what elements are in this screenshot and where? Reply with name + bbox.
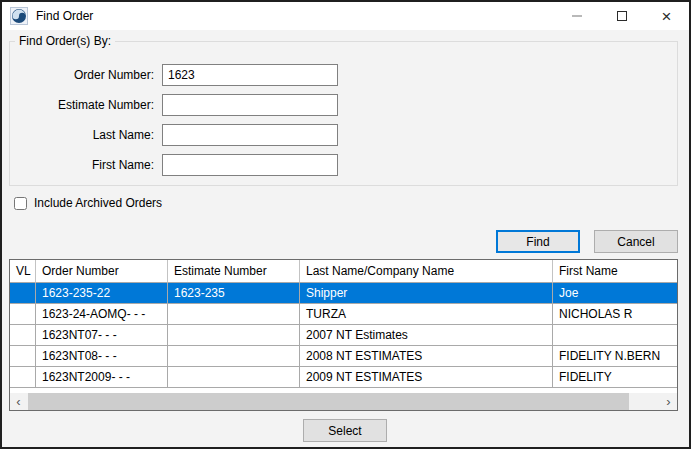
table-row[interactable]: 1623-235-22 1623-235 Shipper Joe: [10, 283, 677, 304]
cell-order-number: 1623-24-AOMQ- - -: [36, 304, 168, 325]
order-number-input[interactable]: [162, 64, 338, 86]
table-row[interactable]: 1623NT2009- - - 2009 NT ESTIMATES FIDELI…: [10, 367, 677, 388]
cell-estimate-number: [168, 346, 300, 367]
estimate-number-row: Estimate Number:: [10, 94, 338, 116]
cell-last-name: 2008 NT ESTIMATES: [300, 346, 553, 367]
cell-first-name: FIDELITY N.BERN: [553, 346, 677, 367]
cell-order-number: 1623-235-22: [36, 283, 168, 304]
cell-vl: [10, 367, 36, 388]
first-name-input[interactable]: [162, 154, 338, 176]
window-controls: ×: [554, 2, 689, 30]
cell-first-name: Joe: [553, 283, 677, 304]
cell-order-number: 1623NT08- - -: [36, 346, 168, 367]
group-legend: Find Order(s) By:: [15, 34, 115, 48]
maximize-button[interactable]: [599, 2, 644, 30]
table-row[interactable]: 1623NT08- - - 2008 NT ESTIMATES FIDELITY…: [10, 346, 677, 367]
cell-order-number: 1623NT2009- - -: [36, 367, 168, 388]
cell-first-name: FIDELITY: [553, 367, 677, 388]
cell-estimate-number: [168, 367, 300, 388]
scroll-left-arrow-icon[interactable]: ‹: [10, 393, 27, 410]
cell-last-name: 2009 NT ESTIMATES: [300, 367, 553, 388]
cell-vl: [10, 283, 36, 304]
minimize-button[interactable]: [554, 2, 599, 30]
col-header-order-number[interactable]: Order Number: [36, 260, 168, 283]
title-bar: Find Order ×: [2, 2, 689, 30]
minimize-icon: [572, 15, 582, 17]
include-archived-row: Include Archived Orders: [14, 196, 162, 210]
find-order-dialog: Find Order × Find Order(s) By: Order Num…: [0, 0, 691, 449]
cell-last-name: TURZA: [300, 304, 553, 325]
results-table: VL Order Number Estimate Number Last Nam…: [9, 259, 678, 411]
order-number-row: Order Number:: [10, 64, 338, 86]
col-header-vl[interactable]: VL: [10, 260, 36, 283]
horizontal-scrollbar[interactable]: ‹ ›: [10, 393, 677, 410]
last-name-row: Last Name:: [10, 124, 338, 146]
col-header-estimate-number[interactable]: Estimate Number: [168, 260, 300, 283]
find-button[interactable]: Find: [496, 230, 580, 253]
scrollbar-thumb[interactable]: [28, 393, 629, 410]
estimate-number-label: Estimate Number:: [10, 98, 162, 112]
table-row[interactable]: 1623-24-AOMQ- - - TURZA NICHOLAS R: [10, 304, 677, 325]
scrollbar-track[interactable]: [27, 393, 660, 410]
cell-vl: [10, 304, 36, 325]
table-header-row: VL Order Number Estimate Number Last Nam…: [10, 260, 677, 283]
include-archived-checkbox[interactable]: [14, 197, 27, 210]
close-icon: ×: [662, 8, 672, 25]
col-header-first-name[interactable]: First Name: [553, 260, 677, 283]
maximize-icon: [617, 11, 627, 21]
table-row[interactable]: 1623NT07- - - 2007 NT Estimates: [10, 325, 677, 346]
order-number-label: Order Number:: [10, 68, 162, 82]
first-name-label: First Name:: [10, 158, 162, 172]
window-title: Find Order: [36, 9, 93, 23]
col-header-last-name[interactable]: Last Name/Company Name: [300, 260, 553, 283]
last-name-label: Last Name:: [10, 128, 162, 142]
cell-estimate-number: [168, 304, 300, 325]
app-logo-icon: [10, 7, 28, 25]
close-button[interactable]: ×: [644, 2, 689, 30]
estimate-number-input[interactable]: [162, 94, 338, 116]
last-name-input[interactable]: [162, 124, 338, 146]
cell-estimate-number: 1623-235: [168, 283, 300, 304]
cell-order-number: 1623NT07- - -: [36, 325, 168, 346]
cell-estimate-number: [168, 325, 300, 346]
first-name-row: First Name:: [10, 154, 338, 176]
cell-last-name: 2007 NT Estimates: [300, 325, 553, 346]
cell-last-name: Shipper: [300, 283, 553, 304]
cell-vl: [10, 325, 36, 346]
cell-first-name: NICHOLAS R: [553, 304, 677, 325]
select-button[interactable]: Select: [303, 419, 387, 442]
scroll-right-arrow-icon[interactable]: ›: [660, 393, 677, 410]
cancel-button[interactable]: Cancel: [594, 230, 678, 253]
cell-first-name: [553, 325, 677, 346]
cell-vl: [10, 346, 36, 367]
include-archived-label: Include Archived Orders: [34, 196, 162, 210]
